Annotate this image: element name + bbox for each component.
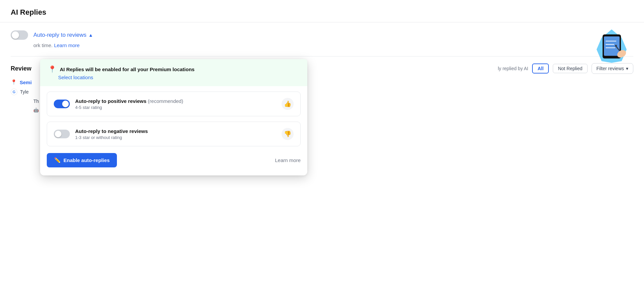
- page-container: AI Replies Auto-reply to reviews ▲ ork t…: [0, 0, 644, 284]
- body-text: ork time. Learn more: [33, 42, 633, 48]
- enable-auto-replies-button[interactable]: ✏️ Enable auto-replies: [47, 153, 117, 167]
- negative-toggle[interactable]: [54, 130, 70, 138]
- recommended-badge: (recommended): [148, 98, 183, 104]
- auto-reply-dropdown: 📍 AI Replies will be enabled for all you…: [40, 59, 307, 175]
- main-toggle-switch[interactable]: [11, 30, 28, 40]
- thumbs-up-icon: 👍: [282, 98, 294, 110]
- pencil-icon: ✏️: [54, 157, 61, 163]
- auto-reply-link[interactable]: Auto-reply to reviews ▲: [33, 32, 93, 38]
- ai-illustration: [590, 28, 633, 64]
- toggle-row: Auto-reply to reviews ▲: [11, 30, 633, 40]
- select-locations-link[interactable]: Select locations: [58, 75, 299, 80]
- positive-option-subtitle: 4-5 star rating: [75, 105, 183, 110]
- learn-more-inline-link[interactable]: Learn more: [54, 42, 80, 48]
- location-pin-icon: 📍: [48, 65, 56, 73]
- green-notice-row: 📍 AI Replies will be enabled for all you…: [48, 65, 299, 73]
- negative-option-subtitle: 1-3 star or without rating: [75, 135, 148, 140]
- positive-toggle[interactable]: [54, 100, 70, 108]
- main-content: Auto-reply to reviews ▲ ork time. Learn …: [0, 22, 644, 121]
- positive-option-title: Auto-reply to positive reviews (recommen…: [75, 98, 183, 104]
- replied-by-ai-label: ly replied by AI: [498, 66, 528, 71]
- page-title: AI Replies: [11, 8, 46, 16]
- reviews-section-title: Review: [11, 65, 31, 72]
- location-icon-semi: 📍: [11, 79, 17, 85]
- positive-toggle-knob: [62, 101, 69, 107]
- positive-option-text: Auto-reply to positive reviews (recommen…: [75, 98, 183, 110]
- dropdown-learn-more-link[interactable]: Learn more: [275, 157, 301, 163]
- negative-option-text: Auto-reply to negative reviews 1-3 star …: [75, 128, 148, 140]
- negative-card-left: Auto-reply to negative reviews 1-3 star …: [54, 128, 148, 140]
- toggle-knob: [12, 31, 19, 39]
- negative-reviews-card: Auto-reply to negative reviews 1-3 star …: [47, 122, 301, 146]
- thumbs-down-icon: 👎: [282, 128, 294, 140]
- green-notice-text: AI Replies will be enabled for all your …: [60, 66, 194, 72]
- green-notice-banner: 📍 AI Replies will be enabled for all you…: [40, 59, 307, 86]
- tab-not-replied[interactable]: Not Replied: [553, 64, 587, 73]
- positive-card-left: Auto-reply to positive reviews (recommen…: [54, 98, 183, 110]
- svg-point-8: [615, 45, 617, 47]
- positive-reviews-card: Auto-reply to positive reviews (recommen…: [47, 92, 301, 116]
- svg-rect-2: [604, 36, 620, 56]
- dropdown-bottom-row: ✏️ Enable auto-replies Learn more: [47, 153, 301, 167]
- negative-option-title: Auto-reply to negative reviews: [75, 128, 148, 134]
- robot-icon: 🤖: [33, 108, 39, 113]
- page-header: AI Replies: [0, 0, 644, 22]
- google-icon: G: [11, 89, 17, 95]
- chevron-down-icon: ▾: [626, 66, 628, 71]
- illustration-container: [590, 28, 633, 66]
- chevron-up-icon: ▲: [89, 32, 93, 38]
- tab-all[interactable]: All: [532, 63, 549, 74]
- negative-toggle-knob: [55, 131, 61, 137]
